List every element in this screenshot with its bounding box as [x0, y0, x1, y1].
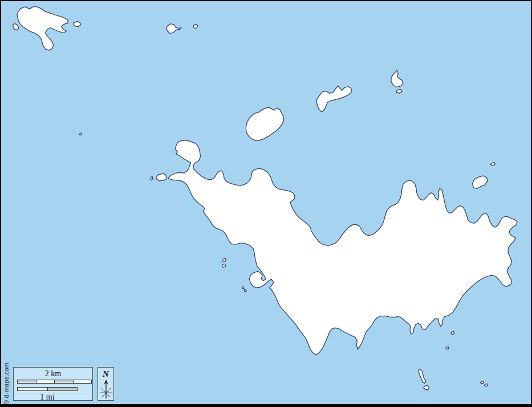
- islet-west-arm-a: [157, 174, 166, 181]
- scale-segment: [18, 388, 47, 390]
- islet-southwest-a: [222, 259, 226, 262]
- scale-bar-box: 2 km 1 mi: [13, 367, 93, 401]
- copyright-notice: © d-maps.com: [3, 362, 10, 405]
- islet-southwest-b: [222, 264, 226, 267]
- scale-mi-label: 1 mi: [17, 393, 78, 401]
- islet-northwest-east: [73, 22, 80, 27]
- scale-segment: [36, 380, 55, 383]
- islet-southeast-b: [446, 347, 449, 349]
- scale-segment: [47, 388, 78, 390]
- scale-mi-bar: [17, 387, 78, 391]
- scale-segment: [73, 380, 92, 383]
- scale-km-label: 2 km: [14, 370, 92, 378]
- north-arrow-box: N: [98, 367, 114, 401]
- islet-harbor-b: [244, 289, 246, 292]
- islet-west-speck: [79, 133, 82, 135]
- scale-segment: [18, 380, 36, 383]
- islet-harbor-a: [242, 287, 244, 289]
- basemap-svg: [1, 1, 531, 404]
- map-canvas: 2 km 1 mi N → Mercator © d-maps.com: [0, 0, 532, 407]
- scale-km-bar: [17, 380, 92, 384]
- scale-segment: [54, 380, 73, 383]
- compass-icon: [99, 380, 113, 400]
- north-label: N: [98, 369, 113, 379]
